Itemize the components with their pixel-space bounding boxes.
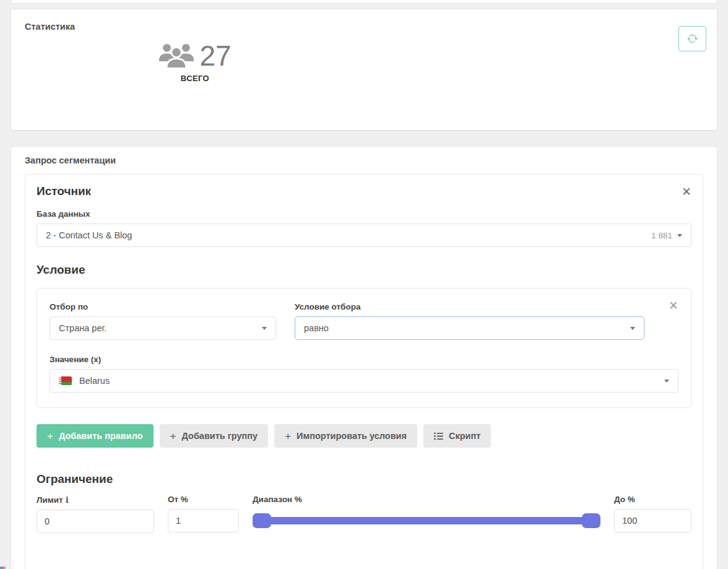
- condition-rule: ✕ Отбор по Страна рег. Условие отбора ра…: [37, 288, 691, 408]
- database-count-badge: 1 881: [651, 231, 672, 240]
- total-count: 27: [199, 41, 231, 70]
- from-percent-input[interactable]: [168, 509, 239, 532]
- limit-label: Лимитi: [37, 495, 154, 505]
- range-percent-label: Диапазон %: [253, 495, 600, 504]
- belarus-flag-icon: [59, 376, 72, 385]
- condition-title: Условие: [37, 263, 691, 277]
- add-rule-button[interactable]: + Добавить правило: [37, 424, 154, 448]
- operator-select[interactable]: равно: [295, 316, 644, 340]
- value-select-value: Belarus: [79, 376, 664, 386]
- add-rule-label: Добавить правило: [59, 431, 143, 441]
- limit-input[interactable]: [37, 510, 154, 533]
- users-icon: [158, 43, 194, 69]
- chevron-down-icon: [677, 234, 682, 237]
- database-select-value: 2 - Contact Us & Blog: [46, 230, 651, 240]
- range-slider-handle-min[interactable]: [253, 513, 271, 528]
- plus-icon: +: [285, 431, 291, 441]
- total-stat: 27 ВСЕГО: [25, 41, 365, 83]
- refresh-button[interactable]: [678, 26, 706, 51]
- value-select[interactable]: Belarus: [50, 369, 678, 393]
- limitation-title: Ограничение: [37, 472, 691, 486]
- filter-by-label: Отбор по: [50, 302, 276, 311]
- source-title: Источник: [37, 185, 91, 198]
- import-conditions-button[interactable]: + Импортировать условия: [274, 424, 417, 448]
- plus-icon: +: [170, 431, 176, 441]
- plus-icon: +: [47, 431, 53, 441]
- chevron-down-icon: [664, 380, 669, 383]
- previous-card-edge: [11, 0, 717, 4]
- range-slider-handle-max[interactable]: [582, 513, 600, 528]
- segmentation-panel: Запрос сегментации Источник ✕ База данны…: [11, 146, 717, 569]
- database-label: База данных: [37, 209, 691, 219]
- total-label: ВСЕГО: [181, 74, 209, 83]
- to-percent-input[interactable]: [614, 509, 691, 532]
- source-block: Источник ✕ База данных 2 - Contact Us & …: [25, 174, 703, 569]
- statistics-panel: Статистика: [11, 9, 717, 131]
- refresh-icon: [687, 33, 698, 44]
- chevron-down-icon: [630, 327, 635, 330]
- operator-value: равно: [304, 323, 630, 333]
- screen-edge-artifact: [0, 567, 6, 569]
- source-close-icon[interactable]: ✕: [682, 186, 691, 198]
- range-slider[interactable]: [253, 509, 600, 532]
- script-label: Скрипт: [449, 431, 480, 441]
- filter-by-value: Страна рег.: [59, 323, 262, 333]
- from-percent-label: От %: [168, 495, 239, 504]
- database-select[interactable]: 2 - Contact Us & Blog 1 881: [37, 224, 691, 247]
- to-percent-label: До %: [614, 495, 691, 504]
- condition-close-icon[interactable]: ✕: [669, 300, 678, 311]
- filter-by-select[interactable]: Страна рег.: [50, 316, 276, 340]
- info-icon: i: [66, 495, 69, 505]
- segmentation-title: Запрос сегментации: [25, 155, 703, 165]
- add-group-label: Добавить группу: [182, 431, 258, 441]
- statistics-title: Статистика: [25, 22, 706, 32]
- script-button[interactable]: Скрипт: [423, 424, 491, 448]
- value-label: Значение (x): [50, 355, 678, 364]
- chevron-down-icon: [262, 327, 267, 330]
- import-conditions-label: Импортировать условия: [297, 431, 407, 441]
- operator-label: Условие отбора: [295, 302, 644, 311]
- list-icon: [434, 432, 443, 440]
- range-slider-track: [253, 517, 600, 524]
- add-group-button[interactable]: + Добавить группу: [160, 424, 269, 448]
